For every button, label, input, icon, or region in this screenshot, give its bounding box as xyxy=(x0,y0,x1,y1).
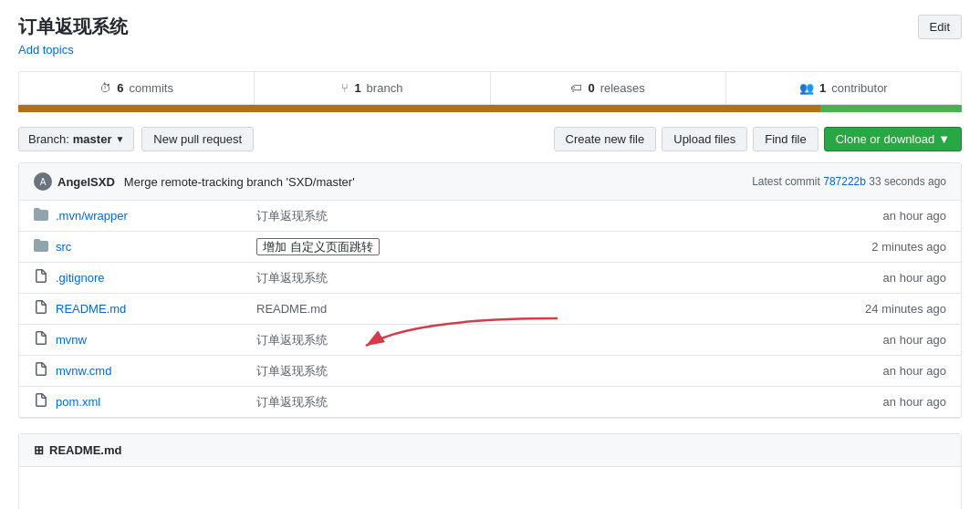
readme-body xyxy=(19,467,961,509)
file-time: an hour ago xyxy=(800,209,946,223)
file-name[interactable]: .gitignore xyxy=(56,271,256,285)
file-icon xyxy=(34,362,50,379)
file-toolbar: Branch: master ▼ New pull request Create… xyxy=(18,127,962,151)
file-time: 24 minutes ago xyxy=(800,302,946,316)
chevron-down-icon: ▼ xyxy=(115,134,124,144)
file-time: an hour ago xyxy=(800,364,946,378)
releases-label: releases xyxy=(600,81,645,95)
commit-meta: Latest commit 787222b 33 seconds ago xyxy=(752,175,946,188)
highlighted-commit: 增加 自定义页面跳转 xyxy=(256,238,380,255)
file-commit: 订单返现系统 xyxy=(256,394,800,410)
file-commit: 订单返现系统 xyxy=(256,208,800,224)
java-progress xyxy=(18,105,820,112)
file-icon xyxy=(34,300,50,317)
branch-icon: ⑂ xyxy=(341,81,349,95)
new-pull-request-button[interactable]: New pull request xyxy=(141,127,254,151)
stats-bar: ⏱ 6 commits ⑂ 1 branch 🏷 0 releases 👥 1 … xyxy=(18,71,962,105)
folder-icon xyxy=(34,238,50,255)
releases-stat[interactable]: 🏷 0 releases xyxy=(491,72,726,104)
table-row: README.md README.md 24 minutes ago xyxy=(19,294,961,325)
commits-icon: ⏱ xyxy=(99,81,111,95)
people-icon: 👥 xyxy=(799,81,814,95)
file-time: an hour ago xyxy=(800,271,946,285)
table-row: mvnw.cmd 订单返现系统 an hour ago xyxy=(19,356,961,387)
file-name[interactable]: mvnw.cmd xyxy=(56,364,256,378)
file-time: an hour ago xyxy=(800,395,946,409)
commit-time: 33 seconds ago xyxy=(869,175,946,188)
commits-label: commits xyxy=(130,81,173,95)
file-table: A AngelSXD Merge remote-tracking branch … xyxy=(18,162,962,419)
file-name[interactable]: README.md xyxy=(56,302,256,316)
table-row: mvnw 订单返现系统 an hour ago xyxy=(19,325,961,356)
file-commit: README.md xyxy=(256,302,800,316)
avatar: A xyxy=(34,172,52,191)
file-icon xyxy=(34,331,50,348)
commit-message: Merge remote-tracking branch 'SXD/master… xyxy=(124,175,355,189)
table-row: pom.xml 订单返现系统 an hour ago xyxy=(19,387,961,418)
file-name[interactable]: pom.xml xyxy=(56,395,256,409)
contributors-stat[interactable]: 👥 1 contributor xyxy=(726,72,961,104)
language-bar xyxy=(18,105,962,112)
upload-files-button[interactable]: Upload files xyxy=(662,127,747,151)
latest-commit-row: A AngelSXD Merge remote-tracking branch … xyxy=(19,163,961,201)
clone-or-download-button[interactable]: Clone or download ▼ xyxy=(824,127,962,151)
branch-name-label: master xyxy=(73,132,112,146)
file-commit: 订单返现系统 xyxy=(256,363,800,379)
readme-table-icon: ⊞ xyxy=(34,443,44,457)
file-icon xyxy=(34,269,50,286)
repo-title: 订单返现系统 xyxy=(18,15,128,39)
folder-icon xyxy=(34,207,50,224)
file-icon xyxy=(34,393,50,410)
contributors-label: contributor xyxy=(831,81,887,95)
clone-chevron-icon: ▼ xyxy=(938,132,950,146)
create-new-file-button[interactable]: Create new file xyxy=(554,127,657,151)
readme-section: ⊞ README.md xyxy=(18,433,962,509)
readme-header: ⊞ README.md xyxy=(19,434,961,467)
file-commit: 增加 自定义页面跳转 xyxy=(256,239,800,255)
commits-stat[interactable]: ⏱ 6 commits xyxy=(19,72,255,104)
commit-author-info: A AngelSXD Merge remote-tracking branch … xyxy=(34,172,355,191)
file-commit: 订单返现系统 xyxy=(256,332,800,348)
file-time: an hour ago xyxy=(800,333,946,347)
branch-prefix-label: Branch: xyxy=(28,132,69,146)
table-row: .gitignore 订单返现系统 an hour ago xyxy=(19,263,961,294)
file-time: 2 minutes ago xyxy=(800,240,946,254)
find-file-button[interactable]: Find file xyxy=(753,127,818,151)
readme-title: README.md xyxy=(49,443,121,457)
commit-author-name[interactable]: AngelSXD xyxy=(57,175,115,189)
commit-sha[interactable]: 787222b xyxy=(823,175,866,188)
add-topics-link[interactable]: Add topics xyxy=(18,43,962,57)
commits-count: 6 xyxy=(117,81,123,95)
toolbar-right: Create new file Upload files Find file C… xyxy=(554,127,962,151)
latest-commit-prefix: Latest commit xyxy=(752,175,820,188)
branches-stat[interactable]: ⑂ 1 branch xyxy=(255,72,490,104)
branches-label: branch xyxy=(367,81,403,95)
clone-label: Clone or download xyxy=(836,132,934,146)
edit-button[interactable]: Edit xyxy=(918,15,962,39)
contributors-count: 1 xyxy=(819,81,826,95)
releases-count: 0 xyxy=(588,81,594,95)
branches-count: 1 xyxy=(354,81,360,95)
file-name[interactable]: mvnw xyxy=(56,333,256,347)
table-row: src 增加 自定义页面跳转 2 minutes ago xyxy=(19,232,961,263)
toolbar-left: Branch: master ▼ New pull request xyxy=(18,127,254,151)
branch-selector[interactable]: Branch: master ▼ xyxy=(18,127,134,151)
file-commit: 订单返现系统 xyxy=(256,270,800,286)
table-row: .mvn/wrapper 订单返现系统 an hour ago xyxy=(19,201,961,232)
file-name[interactable]: src xyxy=(56,240,256,254)
tag-icon: 🏷 xyxy=(570,81,582,95)
file-name[interactable]: .mvn/wrapper xyxy=(56,209,256,223)
other-progress xyxy=(820,105,962,112)
